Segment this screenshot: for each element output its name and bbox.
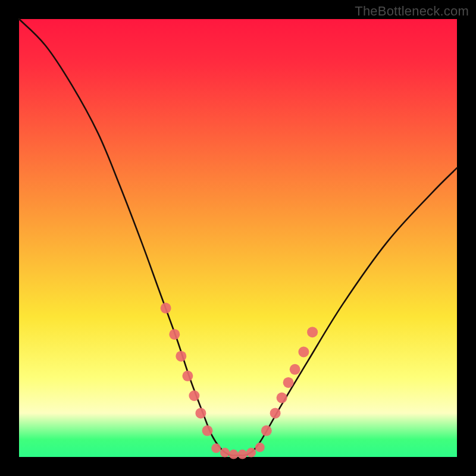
left-branch-dots bbox=[182, 371, 193, 381]
valley-flat-dots bbox=[237, 450, 247, 459]
valley-flat-dots bbox=[220, 448, 230, 458]
bottleneck-curve bbox=[19, 19, 457, 455]
right-branch-dots bbox=[290, 364, 300, 375]
valley-flat-dots bbox=[211, 443, 221, 453]
left-branch-dots bbox=[195, 408, 206, 418]
plot-area bbox=[19, 19, 457, 457]
chart-frame: TheBottleneck.com bbox=[0, 0, 476, 476]
valley-flat-dots bbox=[246, 448, 256, 458]
left-branch-dots bbox=[189, 390, 199, 401]
watermark-text: TheBottleneck.com bbox=[355, 4, 469, 19]
right-branch-dots bbox=[270, 408, 281, 418]
right-branch-dots bbox=[307, 327, 318, 337]
left-branch-dots bbox=[176, 351, 186, 362]
chart-svg bbox=[19, 19, 457, 457]
left-branch-dots bbox=[202, 425, 213, 436]
right-branch-dots bbox=[298, 346, 309, 357]
right-branch-dots bbox=[277, 393, 287, 403]
left-branch-dots bbox=[161, 303, 171, 314]
valley-flat-dots bbox=[255, 443, 265, 452]
left-branch-dots bbox=[169, 329, 180, 340]
right-branch-dots bbox=[283, 377, 294, 388]
valley-flat-dots bbox=[229, 450, 239, 459]
right-branch-dots bbox=[261, 425, 272, 436]
